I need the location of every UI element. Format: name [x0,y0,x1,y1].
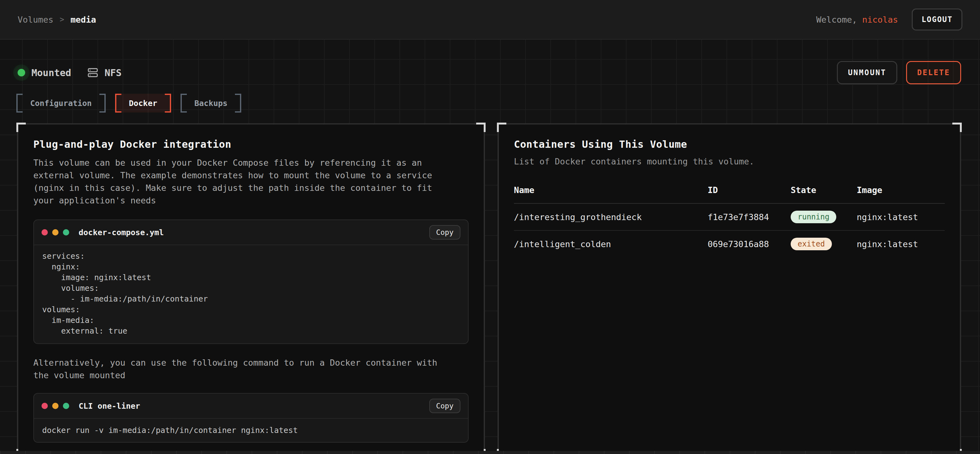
cli-code-block: CLI one-liner Copy docker run -v im-medi… [33,393,469,443]
volume-actions: UNMOUNT DELETE [837,61,961,84]
tab-label: Configuration [30,99,92,108]
panels: Plug-and-play Docker integration This vo… [17,123,980,441]
tab-label: Backups [194,99,228,108]
server-icon [88,67,98,78]
panel-title: Plug-and-play Docker integration [33,138,469,150]
corner-bracket-icon [497,122,506,132]
corner-bracket-icon [16,122,26,132]
copy-button[interactable]: Copy [429,398,460,413]
code-content: docker run -v im-media:/path/in/containe… [34,419,468,442]
cell-container-image: nginx:latest [857,239,945,249]
panel-title: Containers Using This Volume [514,138,945,150]
tab-backups[interactable]: Backups [181,94,241,113]
nfs-indicator: NFS [88,67,121,78]
cell-container-name: /interesting_grothendieck [514,212,708,222]
window-dot-amber-icon [52,229,59,235]
logout-button[interactable]: LOGOUT [912,8,963,30]
code-filename: docker-compose.yml [79,228,164,237]
column-header-id: ID [708,185,791,195]
table-row: /intelligent_colden 069e73016a88 exited … [514,231,945,257]
topbar-right: Welcome, nicolas LOGOUT [816,8,963,30]
tab-label: Docker [129,99,157,108]
tab-docker[interactable]: Docker [115,94,171,113]
volume-status: Mounted NFS [18,67,122,78]
cell-container-name: /intelligent_colden [514,239,708,249]
chevron-right-icon: > [60,15,64,24]
code-content: services: nginx: image: nginx:latest vol… [34,245,468,343]
containers-panel: Containers Using This Volume List of Doc… [498,123,961,454]
window-dot-green-icon [63,229,69,235]
tab-configuration[interactable]: Configuration [16,94,106,113]
window-dot-amber-icon [52,403,59,409]
column-header-image: Image [857,185,945,195]
panel-subtitle: List of Docker containers mounting this … [514,157,945,166]
mounted-status: Mounted [18,67,71,78]
state-badge: exited [791,238,832,250]
breadcrumb: Volumes > media [18,15,96,24]
copy-button[interactable]: Copy [429,225,460,240]
window-dot-red-icon [41,403,48,409]
corner-bracket-icon [476,122,485,132]
code-block-header: docker-compose.yml Copy [34,220,468,245]
cli-intro-text: Alternatively, you can use the following… [33,357,469,382]
status-dot-icon [18,69,25,76]
cell-container-id: f1e73e7f3884 [708,212,791,222]
containers-table: Name ID State Image /interesting_grothen… [514,185,945,257]
unmount-button[interactable]: UNMOUNT [837,61,897,84]
code-filename: CLI one-liner [79,402,140,411]
state-badge: running [791,211,836,223]
delete-button[interactable]: DELETE [906,61,961,84]
corner-bracket-icon [952,122,962,132]
table-header-row: Name ID State Image [514,185,945,204]
code-block-header: CLI one-liner Copy [34,394,468,419]
table-row: /interesting_grothendieck f1e73e7f3884 r… [514,204,945,231]
column-header-state: State [791,185,857,195]
compose-code-block: docker-compose.yml Copy services: nginx:… [33,219,469,344]
breadcrumb-volumes-link[interactable]: Volumes [18,15,54,24]
status-bar: Mounted NFS UNMOUNT DELETE [0,40,980,84]
main-area: Mounted NFS UNMOUNT DELETE [0,40,980,454]
window-dot-green-icon [63,403,69,409]
username: nicolas [862,15,898,24]
window-dot-red-icon [41,229,48,235]
cell-container-id: 069e73016a88 [708,239,791,249]
breadcrumb-current: media [70,15,96,24]
welcome-text: Welcome, nicolas [816,15,898,24]
app: Volumes > media Welcome, nicolas LOGOUT … [0,0,980,454]
topbar: Volumes > media Welcome, nicolas LOGOUT [0,0,980,40]
panel-description: This volume can be used in your Docker C… [33,157,469,207]
cell-container-image: nginx:latest [857,212,945,222]
welcome-prefix: Welcome, [816,15,857,24]
tabs: Configuration Docker Backups [16,94,980,113]
docker-integration-panel: Plug-and-play Docker integration This vo… [17,123,485,454]
mounted-label: Mounted [32,67,71,78]
bottom-strip [0,451,980,454]
nfs-label: NFS [104,67,121,78]
column-header-name: Name [514,185,708,195]
